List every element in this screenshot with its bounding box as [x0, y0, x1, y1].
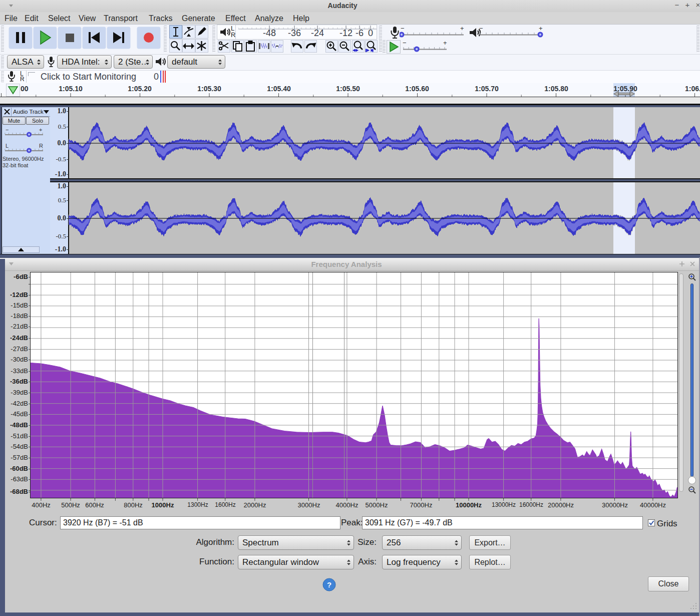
svg-text:+: + — [39, 128, 42, 133]
svg-text:L: L — [6, 144, 9, 149]
svg-text:?: ? — [327, 580, 331, 589]
svg-text:−: − — [479, 26, 483, 32]
svg-text:−: − — [6, 128, 9, 133]
svg-text:−: − — [401, 26, 405, 32]
svg-text:+: + — [460, 26, 464, 32]
svg-text:+: + — [539, 26, 543, 32]
svg-text:R: R — [39, 144, 43, 149]
svg-text:−: − — [403, 40, 407, 47]
svg-text:+: + — [443, 40, 447, 47]
